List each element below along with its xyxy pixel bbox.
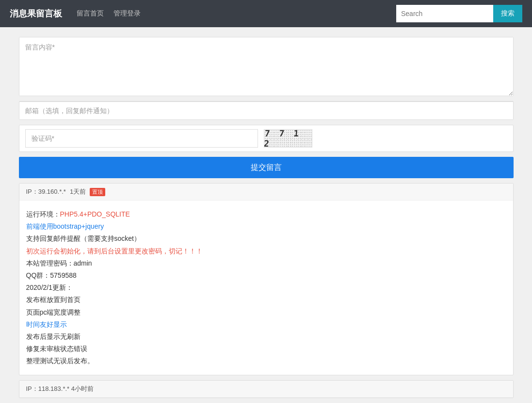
comment-card-2: IP：118.183.*.* 4小时前 (19, 380, 514, 398)
header-nav: 留言首页 管理登录 (77, 9, 396, 18)
email-form-area (19, 101, 514, 120)
comment-line: 初次运行会初始化，请到后台设置里更改密码，切记！！！ (26, 245, 506, 257)
top-badge[interactable]: 置顶 (90, 188, 105, 196)
comment-time: 1天前 (70, 187, 86, 196)
comment-line: 运行环境：PHP5.4+PDO_SQLITE (26, 208, 506, 220)
comment-line: QQ群：5759588 (26, 269, 506, 282)
submit-button[interactable]: 提交留言 (19, 157, 514, 178)
comment-ip: IP：39.160.*.* (26, 187, 66, 196)
nav-home[interactable]: 留言首页 (77, 9, 104, 18)
comment-line: 支持回复邮件提醒（需要支持socket） (26, 233, 506, 245)
site-title: 消息果留言板 (10, 8, 62, 19)
search-input[interactable] (396, 5, 493, 22)
comment-time-2: 4小时前 (71, 385, 94, 392)
message-form-area (19, 37, 514, 96)
comment-line: 前端使用bootstrap+jquery (26, 220, 506, 233)
comment-line: 发布后显示无刷新 (26, 331, 506, 343)
comment-line: 时间友好显示 (26, 319, 506, 331)
captcha-row: 7 7 1 2 (19, 125, 514, 152)
comment-line: 整理测试无误后发布。 (26, 355, 506, 367)
search-area: 搜索 (396, 5, 522, 22)
message-textarea[interactable] (19, 37, 513, 96)
comment-env-text: PHP5.4+PDO_SQLITE (60, 210, 130, 218)
captcha-input[interactable] (25, 129, 258, 148)
search-button[interactable]: 搜索 (493, 5, 522, 22)
header: 消息果留言板 留言首页 管理登录 搜索 (0, 0, 532, 27)
email-input[interactable] (19, 101, 513, 119)
comment-header: IP：39.160.*.* 1天前 置顶 (19, 184, 513, 201)
comment-line: 发布框放置到首页 (26, 294, 506, 306)
captcha-text: 7 7 1 2 (264, 129, 312, 148)
comment-line: 修复未审核状态错误 (26, 343, 506, 355)
captcha-image: 7 7 1 2 (264, 129, 312, 148)
comment-line: 2020/2/1更新： (26, 282, 506, 294)
nav-admin[interactable]: 管理登录 (113, 9, 141, 18)
comment-line: 本站管理密码：admin (26, 257, 506, 269)
comment-header-2: IP：118.183.*.* 4小时前 (19, 381, 513, 398)
comment-line: 页面pc端宽度调整 (26, 306, 506, 319)
main-content: 7 7 1 2 提交留言 IP：39.160.*.* 1天前 置顶 运行环境：P… (14, 37, 518, 398)
comment-card: IP：39.160.*.* 1天前 置顶 运行环境：PHP5.4+PDO_SQL… (19, 183, 514, 375)
comment-body: 运行环境：PHP5.4+PDO_SQLITE 前端使用bootstrap+jqu… (19, 201, 513, 375)
comment-ip-2: IP：118.183.*.* (26, 385, 70, 392)
